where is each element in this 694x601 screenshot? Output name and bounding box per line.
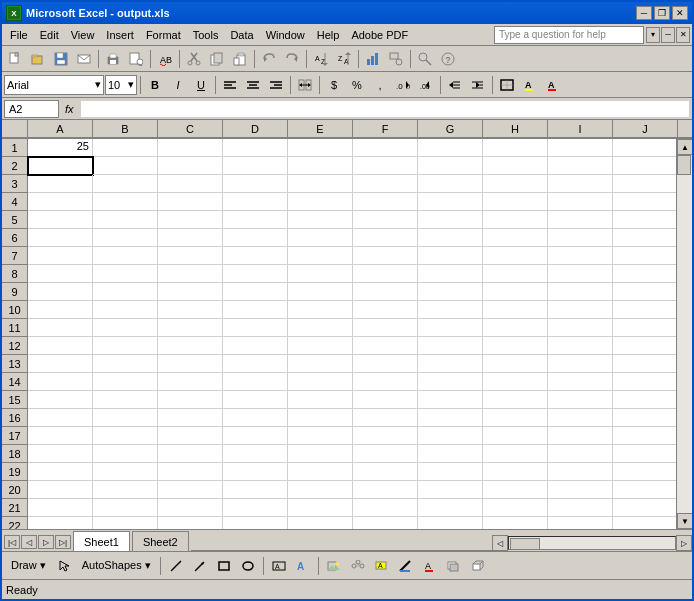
cell-G1[interactable] <box>418 139 483 157</box>
cell-H2[interactable] <box>483 157 548 175</box>
cell-J22[interactable] <box>613 517 676 529</box>
cell-D19[interactable] <box>223 463 288 481</box>
cell-G7[interactable] <box>418 247 483 265</box>
menu-file[interactable]: File <box>4 25 34 45</box>
cell-I8[interactable] <box>548 265 613 283</box>
cell-J8[interactable] <box>613 265 676 283</box>
cell-A2[interactable] <box>28 157 93 175</box>
cell-A11[interactable] <box>28 319 93 337</box>
cell-J6[interactable] <box>613 229 676 247</box>
cell-B6[interactable] <box>93 229 158 247</box>
menu-tools[interactable]: Tools <box>187 25 225 45</box>
cell-J14[interactable] <box>613 373 676 391</box>
cell-B12[interactable] <box>93 337 158 355</box>
cell-B5[interactable] <box>93 211 158 229</box>
cell-D2[interactable] <box>223 157 288 175</box>
help-search-box[interactable]: Type a question for help <box>494 26 644 44</box>
row-header-2[interactable]: 2 <box>2 157 28 175</box>
cell-I13[interactable] <box>548 355 613 373</box>
cell-B3[interactable] <box>93 175 158 193</box>
cell-C2[interactable] <box>158 157 223 175</box>
cell-B9[interactable] <box>93 283 158 301</box>
cell-B22[interactable] <box>93 517 158 529</box>
cell-E19[interactable] <box>288 463 353 481</box>
cell-C9[interactable] <box>158 283 223 301</box>
currency-button[interactable]: $ <box>323 74 345 96</box>
cell-H7[interactable] <box>483 247 548 265</box>
cell-G21[interactable] <box>418 499 483 517</box>
cell-A16[interactable] <box>28 409 93 427</box>
cell-J11[interactable] <box>613 319 676 337</box>
scroll-track-v[interactable] <box>677 155 692 513</box>
autoshapes-button[interactable]: AutoShapes ▾ <box>77 555 156 577</box>
print-preview-button[interactable] <box>125 48 147 70</box>
cell-G9[interactable] <box>418 283 483 301</box>
tab-prev-button[interactable]: ◁ <box>21 535 37 549</box>
cut-button[interactable] <box>183 48 205 70</box>
row-header-22[interactable]: 22 <box>2 517 28 529</box>
cell-H9[interactable] <box>483 283 548 301</box>
wordart-button[interactable]: A <box>292 555 314 577</box>
cell-I14[interactable] <box>548 373 613 391</box>
cell-D12[interactable] <box>223 337 288 355</box>
rectangle-button[interactable] <box>213 555 235 577</box>
drawing-button[interactable] <box>385 48 407 70</box>
cell-H3[interactable] <box>483 175 548 193</box>
increase-decimal-button[interactable]: .0.00 <box>392 74 414 96</box>
cell-I16[interactable] <box>548 409 613 427</box>
cell-A13[interactable] <box>28 355 93 373</box>
col-header-J[interactable]: J <box>613 120 678 138</box>
cell-H15[interactable] <box>483 391 548 409</box>
cell-D9[interactable] <box>223 283 288 301</box>
cell-I22[interactable] <box>548 517 613 529</box>
cell-B18[interactable] <box>93 445 158 463</box>
cell-D8[interactable] <box>223 265 288 283</box>
cell-C12[interactable] <box>158 337 223 355</box>
cell-E6[interactable] <box>288 229 353 247</box>
row-header-5[interactable]: 5 <box>2 211 28 229</box>
fill-color-draw-button[interactable]: A <box>371 555 393 577</box>
cell-H16[interactable] <box>483 409 548 427</box>
cell-J20[interactable] <box>613 481 676 499</box>
cell-D11[interactable] <box>223 319 288 337</box>
row-header-20[interactable]: 20 <box>2 481 28 499</box>
cell-I17[interactable] <box>548 427 613 445</box>
copy-button[interactable] <box>206 48 228 70</box>
cell-H11[interactable] <box>483 319 548 337</box>
cell-E13[interactable] <box>288 355 353 373</box>
row-header-15[interactable]: 15 <box>2 391 28 409</box>
cell-G14[interactable] <box>418 373 483 391</box>
corner-cell[interactable] <box>2 120 28 138</box>
scroll-down-button[interactable]: ▼ <box>677 513 692 529</box>
menu-edit[interactable]: Edit <box>34 25 65 45</box>
row-header-14[interactable]: 14 <box>2 373 28 391</box>
cell-D6[interactable] <box>223 229 288 247</box>
row-header-9[interactable]: 9 <box>2 283 28 301</box>
row-header-17[interactable]: 17 <box>2 427 28 445</box>
cell-F14[interactable] <box>353 373 418 391</box>
row-header-7[interactable]: 7 <box>2 247 28 265</box>
cell-G8[interactable] <box>418 265 483 283</box>
select-objects-button[interactable] <box>53 555 75 577</box>
row-header-8[interactable]: 8 <box>2 265 28 283</box>
cell-B13[interactable] <box>93 355 158 373</box>
align-right-button[interactable] <box>265 74 287 96</box>
cell-A4[interactable] <box>28 193 93 211</box>
cell-B11[interactable] <box>93 319 158 337</box>
clipart-button[interactable] <box>323 555 345 577</box>
cell-B21[interactable] <box>93 499 158 517</box>
cell-I7[interactable] <box>548 247 613 265</box>
cell-I11[interactable] <box>548 319 613 337</box>
font-color-draw-button[interactable]: A <box>419 555 441 577</box>
cell-J7[interactable] <box>613 247 676 265</box>
cell-C21[interactable] <box>158 499 223 517</box>
bold-button[interactable]: B <box>144 74 166 96</box>
cell-F17[interactable] <box>353 427 418 445</box>
cell-J1[interactable] <box>613 139 676 157</box>
scroll-up-button[interactable]: ▲ <box>677 139 692 155</box>
cell-E15[interactable] <box>288 391 353 409</box>
cell-D3[interactable] <box>223 175 288 193</box>
cell-A17[interactable] <box>28 427 93 445</box>
cell-F1[interactable] <box>353 139 418 157</box>
cell-D5[interactable] <box>223 211 288 229</box>
